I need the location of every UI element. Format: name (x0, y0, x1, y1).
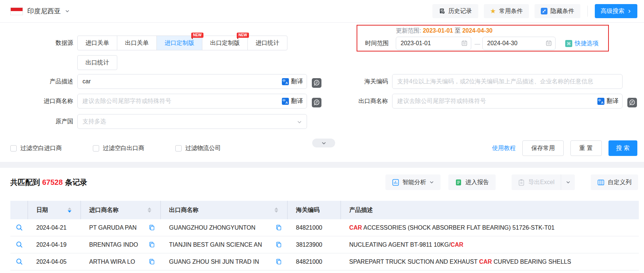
header-action-col (10, 201, 28, 219)
tab-import-customs[interactable]: 进口关单 (77, 36, 117, 50)
exporter-field: 中A 翻译 (392, 94, 623, 109)
header-importer[interactable]: 进口商名称 (81, 201, 161, 219)
svg-text:⌘: ⌘ (567, 41, 571, 46)
copy-icon (276, 242, 282, 248)
row-detail-search-button[interactable] (16, 241, 23, 249)
date-from-field[interactable] (396, 37, 471, 50)
chevron-down-icon (65, 9, 70, 13)
filter-blank-importer[interactable]: 过滤空白进口商 (10, 144, 62, 152)
hide-conditions-button[interactable]: 隐藏条件 (535, 4, 580, 18)
enter-report-button[interactable]: 进入报告 (448, 174, 496, 190)
highlighted-keyword: CAR (349, 224, 362, 231)
header-exporter[interactable]: 出口商名称 (161, 201, 288, 219)
smart-analysis-button[interactable]: 智能分析 (385, 174, 441, 190)
hscode-input[interactable] (392, 74, 622, 89)
analysis-chart-icon (392, 179, 399, 186)
results-count: 67528 (40, 178, 65, 186)
cell-product-desc: SPAREPART TRUCK SUCTION AND EXHAUST CAR … (341, 259, 639, 265)
filter-logistics-company[interactable]: 过滤物流公司 (175, 144, 221, 152)
cell-exporter: TIANJIN BEST GAIN SCIENCE AN (161, 242, 288, 248)
translate-button[interactable]: 中A 翻译 (597, 97, 618, 105)
sort-control[interactable] (68, 207, 71, 213)
svg-text:A: A (601, 101, 604, 104)
history-button[interactable]: 历史记录 (432, 4, 478, 18)
trade-search-page: 印度尼西亚 历史记录 ★ 常用条件 隐藏条件 高级搜索 数据源 (0, 0, 644, 273)
tab-export-custom-edition[interactable]: 出口定制版NEW (202, 36, 248, 50)
cell-importer: ARTHA WIRA LO (81, 259, 161, 265)
copy-icon (276, 259, 282, 265)
copy-button[interactable] (276, 259, 282, 265)
fuzzy-match-toggle[interactable] (627, 98, 637, 107)
advanced-search-button[interactable]: 高级搜索 (595, 4, 637, 18)
new-badge: NEW (191, 33, 203, 38)
header-date[interactable]: 日期 (28, 201, 81, 219)
checkbox[interactable] (93, 145, 99, 152)
importer-row: 进口商名称 中A 翻译 (0, 94, 321, 109)
copy-icon (149, 242, 155, 248)
chevron-down-icon (429, 180, 434, 184)
exporter-input[interactable] (392, 94, 622, 108)
copy-button[interactable] (276, 242, 282, 248)
table-row: 2024-04-19 BRENNTAG INDO TIANJIN BEST GA… (10, 236, 639, 253)
sort-control[interactable] (274, 207, 278, 213)
hscode-label: 海关编码 (315, 74, 388, 89)
swap-search-icon (627, 98, 637, 107)
importer-input[interactable] (78, 94, 307, 108)
copy-button[interactable] (276, 224, 282, 231)
date-to-field[interactable] (482, 37, 556, 50)
customize-columns-button[interactable]: 自定义列 (591, 174, 638, 190)
country-name: 印度尼西亚 (27, 7, 61, 16)
svg-text:A: A (286, 101, 288, 104)
copy-button[interactable] (149, 224, 155, 231)
copy-button[interactable] (149, 242, 155, 248)
table-row: 2024-04-21 PT GARUDA PAN GUANGZHOU ZHONG… (10, 219, 639, 236)
checkbox[interactable] (10, 145, 17, 152)
product-desc-label: 产品描述 (0, 74, 73, 89)
cell-date: 2024-04-21 (28, 224, 81, 231)
hscode-field (392, 74, 623, 89)
highlighted-keyword: CAR (479, 259, 492, 265)
reset-button[interactable]: 重 置 (570, 140, 601, 156)
cell-importer: BRENNTAG INDO (81, 242, 161, 248)
date-from-input[interactable] (396, 37, 471, 50)
export-excel-button[interactable]: 导出Excel (512, 174, 561, 190)
search-button[interactable]: 搜 索 (608, 140, 637, 156)
tab-export-statistics[interactable]: 出口统计 (77, 55, 117, 70)
cell-date: 2024-04-19 (28, 242, 81, 248)
tutorial-link[interactable]: 使用教程 (492, 144, 516, 152)
translate-button[interactable]: 中A 翻译 (282, 78, 303, 86)
save-conditions-button[interactable]: 保存常用 (522, 140, 564, 156)
date-to-input[interactable] (483, 37, 555, 50)
product-desc-field: 中A 翻译 (77, 74, 307, 89)
svg-text:A: A (286, 81, 288, 85)
translate-button[interactable]: 中A 翻译 (282, 97, 303, 105)
favorites-button[interactable]: ★ 常用条件 (484, 4, 529, 18)
export-excel-split-button: 导出Excel (512, 174, 575, 190)
copy-icon (149, 259, 155, 265)
origin-select[interactable]: 支持多选 (77, 114, 307, 129)
quick-options-button[interactable]: ⌘ 快捷选项 (565, 40, 599, 47)
export-options-dropdown[interactable] (561, 174, 575, 190)
translate-icon: 中A (597, 98, 604, 105)
exporter-row: 出口商名称 中A 翻译 (315, 94, 637, 109)
copy-button[interactable] (149, 259, 155, 265)
report-icon (455, 179, 462, 186)
tab-import-custom-edition[interactable]: 进口定制版NEW (156, 36, 202, 50)
chevron-down-icon (297, 120, 302, 124)
tab-import-statistics[interactable]: 进口统计 (247, 36, 287, 50)
checkbox[interactable] (175, 145, 182, 152)
filter-blank-exporter[interactable]: 过滤空白出口商 (93, 144, 144, 152)
section-divider (0, 162, 644, 168)
tab-export-customs[interactable]: 出口关单 (117, 36, 157, 50)
sort-control[interactable] (148, 207, 151, 213)
row-detail-search-button[interactable] (16, 258, 23, 266)
cell-hscode: 84821000 (288, 224, 341, 231)
calendar-icon (461, 40, 468, 46)
update-range: 更新范围: 2023-01-01 至 2024-04-30 (396, 27, 493, 35)
row-detail-search-button[interactable] (16, 224, 23, 232)
new-badge: NEW (237, 33, 249, 38)
form-actions: 使用教程 保存常用 重 置 搜 索 (492, 140, 637, 156)
product-desc-input[interactable] (78, 74, 307, 89)
magnifier-icon (16, 224, 23, 232)
country-selector[interactable]: 印度尼西亚 (10, 7, 70, 16)
